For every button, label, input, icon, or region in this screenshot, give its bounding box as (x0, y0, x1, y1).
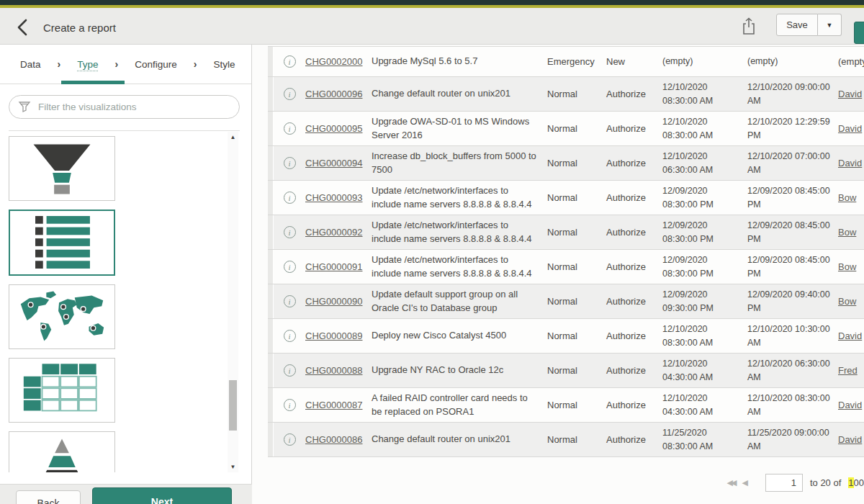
table-row[interactable]: i CHG0000091 Update /etc/network/interfa… (268, 250, 864, 284)
visualization-scrollbar[interactable]: ▲ ▼ (228, 132, 238, 472)
scroll-up-icon[interactable]: ▲ (228, 134, 238, 140)
info-icon[interactable]: i (284, 433, 296, 446)
type-cell: Normal (547, 400, 606, 410)
assigned-to-link[interactable]: David (838, 330, 862, 341)
type-cell: Normal (547, 261, 606, 272)
visualization-filter (9, 95, 240, 119)
breadcrumb-step-type[interactable]: Type (77, 59, 98, 70)
planned-end-cell: 12/10/2020 07:00:00 AM (747, 150, 838, 176)
table-row[interactable]: i CHG0002000 Upgrade MySql 5.6 to 5.7 Em… (268, 47, 864, 77)
pagination-bar: ◀◀ ◀ to 20 of 100 (670, 472, 864, 493)
planned-end-cell: 12/10/2020 10:30:00 AM (747, 323, 838, 348)
page-number-input[interactable] (765, 474, 803, 492)
back-navigation-icon[interactable] (13, 18, 35, 37)
row-rail (268, 423, 273, 456)
change-number-link[interactable]: CHG0000093 (305, 192, 363, 203)
info-icon[interactable]: i (284, 122, 296, 135)
assigned-to-link[interactable]: Bow (838, 227, 856, 238)
change-number-link[interactable]: CHG0000086 (305, 434, 363, 445)
change-number-link[interactable]: CHG0000092 (305, 227, 363, 238)
assigned-to-link[interactable]: David (838, 158, 862, 168)
planned-start-cell: 12/09/2020 09:30:00 PM (662, 288, 747, 314)
back-button[interactable]: Back (16, 490, 81, 504)
row-rail (268, 215, 273, 249)
clipped-primary-button[interactable] (854, 22, 864, 44)
active-step-indicator (61, 81, 125, 84)
list-chart-thumbnail[interactable] (9, 210, 115, 276)
planned-end-cell: 12/09/2020 08:45:00 PM (747, 219, 838, 245)
pyramid-chart-thumbnail[interactable] (9, 431, 115, 472)
breadcrumb-step-data[interactable]: Data (20, 59, 41, 70)
info-icon[interactable]: i (284, 192, 296, 204)
assigned-to-link[interactable]: Fred (838, 365, 858, 376)
table-row[interactable]: i CHG0000087 A failed RAID controller ca… (268, 388, 864, 423)
change-number-link[interactable]: CHG0000090 (305, 296, 363, 307)
table-row[interactable]: i CHG0000088 Upgrade NY RAC to Oracle 12… (268, 354, 864, 388)
breadcrumb-step-style[interactable]: Style (213, 59, 235, 70)
table-row[interactable]: i CHG0000094 Increase db_block_buffers f… (268, 146, 864, 181)
save-dropdown-caret-icon[interactable]: ▼ (818, 14, 842, 36)
change-number-link[interactable]: CHG0000087 (305, 400, 363, 410)
type-cell: Normal (547, 227, 606, 238)
row-range-label: to 20 of (810, 477, 841, 488)
scrollbar-thumb[interactable] (229, 380, 237, 431)
world-map-thumbnail[interactable] (9, 284, 115, 349)
change-number-link[interactable]: CHG0002000 (305, 56, 363, 67)
planned-start-cell: 12/09/2020 08:30:00 PM (662, 253, 747, 279)
state-cell: Authorize (606, 296, 662, 307)
table-row[interactable]: i CHG0000089 Deploy new Cisco Catalyst 4… (268, 319, 864, 354)
info-icon[interactable]: i (284, 88, 296, 100)
assigned-to-link[interactable]: David (838, 123, 862, 134)
info-icon[interactable]: i (284, 226, 296, 238)
visualization-list (0, 132, 227, 472)
info-icon[interactable]: i (284, 261, 296, 273)
pivot-table-thumbnail[interactable] (9, 358, 115, 423)
previous-page-icon[interactable]: ◀ (742, 478, 747, 487)
window-top-bar (0, 0, 864, 5)
table-row[interactable]: i CHG0000092 Update /etc/network/interfa… (268, 215, 864, 250)
save-button[interactable]: Save (776, 14, 818, 36)
assigned-to-link[interactable]: David (838, 89, 862, 99)
info-icon[interactable]: i (284, 330, 296, 342)
share-icon[interactable] (740, 17, 757, 36)
funnel-chart-thumbnail[interactable] (9, 136, 115, 201)
state-cell: Authorize (606, 158, 662, 168)
type-cell: Normal (547, 365, 606, 376)
table-row[interactable]: i CHG0000086 Change default router on un… (268, 423, 864, 457)
info-icon[interactable]: i (284, 399, 296, 411)
info-icon[interactable]: i (284, 157, 296, 169)
planned-start-cell: (empty) (662, 55, 747, 68)
change-number-link[interactable]: CHG0000091 (305, 261, 363, 272)
assigned-to-link[interactable]: David (838, 400, 862, 410)
info-icon[interactable]: i (284, 295, 296, 307)
first-page-icon[interactable]: ◀◀ (727, 478, 735, 487)
table-row[interactable]: i CHG0000096 Change default router on un… (268, 77, 864, 112)
planned-end-cell: 12/09/2020 08:45:00 PM (747, 184, 838, 210)
assigned-to-link[interactable]: Bow (838, 261, 856, 272)
info-icon[interactable]: i (284, 364, 296, 377)
table-row[interactable]: i CHG0000090 Update default support grou… (268, 284, 864, 319)
row-rail (268, 112, 273, 145)
change-number-link[interactable]: CHG0000089 (305, 330, 363, 341)
change-number-link[interactable]: CHG0000094 (305, 158, 363, 168)
planned-start-cell: 12/09/2020 08:30:00 PM (662, 184, 747, 210)
change-number-link[interactable]: CHG0000095 (305, 123, 363, 134)
state-cell: Authorize (606, 192, 662, 203)
table-row[interactable]: i CHG0000093 Update /etc/network/interfa… (268, 181, 864, 215)
scroll-down-icon[interactable]: ▼ (228, 464, 238, 470)
info-icon[interactable]: i (284, 55, 296, 68)
assigned-to-link[interactable]: Bow (838, 296, 856, 307)
table-row[interactable]: i CHG0000095 Upgrade OWA-SD-01 to MS Win… (268, 112, 864, 146)
breadcrumb-step-configure[interactable]: Configure (135, 59, 177, 70)
assigned-to-link[interactable]: (empty) (838, 56, 864, 67)
type-cell: Normal (547, 434, 606, 445)
assigned-to-link[interactable]: Bow (838, 192, 856, 203)
filter-visualizations-input[interactable] (9, 95, 240, 119)
planned-start-cell: 12/09/2020 08:30:00 PM (662, 219, 747, 245)
next-button[interactable]: Next (92, 487, 232, 504)
state-cell: Authorize (606, 261, 662, 272)
assigned-to-link[interactable]: David (838, 434, 862, 445)
type-cell: Normal (547, 296, 606, 307)
change-number-link[interactable]: CHG0000096 (305, 89, 363, 99)
change-number-link[interactable]: CHG0000088 (305, 365, 363, 376)
